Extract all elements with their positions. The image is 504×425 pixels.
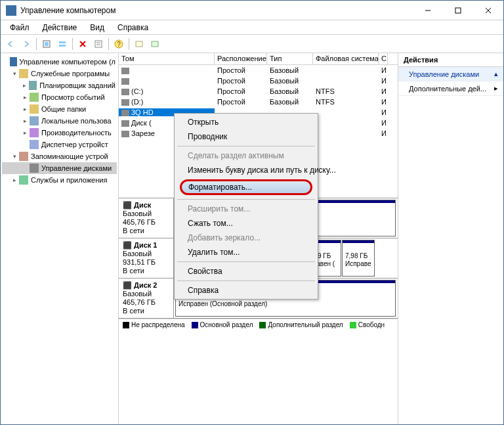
close-button[interactable]	[473, 1, 503, 20]
app-icon	[6, 5, 16, 16]
drive-icon	[121, 99, 129, 106]
tree-devicemgr[interactable]: Диспетчер устройст	[2, 139, 117, 150]
col-volume[interactable]: Том	[119, 53, 215, 64]
ctx-extend: Расширить том...	[176, 202, 316, 216]
svg-rect-7	[59, 45, 66, 47]
volume-row[interactable]: ПростойБазовыйИ	[119, 65, 398, 76]
legend: Не распределена Основной раздел Дополнит…	[119, 319, 398, 330]
minimize-button[interactable]	[413, 1, 443, 20]
actions-diskmgmt[interactable]: Управление дисками▴	[398, 67, 503, 81]
tree-services[interactable]: ▸Службы и приложения	[2, 174, 117, 186]
svg-rect-10	[95, 41, 102, 47]
menu-action[interactable]: Действие	[37, 22, 83, 34]
tree-utilities[interactable]: ▾Служебные программы	[2, 68, 117, 79]
back-button[interactable]	[3, 37, 18, 51]
menu-view[interactable]: Вид	[85, 22, 110, 34]
partition[interactable]: 7,98 ГБИсправе	[342, 240, 375, 277]
tree-pane[interactable]: Управление компьютером (л ▾Служебные про…	[1, 53, 119, 424]
drive-icon	[121, 110, 129, 116]
actions-header: Действия	[398, 53, 503, 67]
disk-label: ⬛ Диск 1 Базовый 931,51 ГБ В сети	[119, 238, 174, 278]
chevron-right-icon: ▸	[494, 84, 498, 93]
ctx-delete[interactable]: Удалить том...	[176, 245, 316, 259]
ctx-activate: Сделать раздел активным	[176, 148, 316, 163]
tree-localusers[interactable]: ▸Локальные пользова	[2, 115, 117, 127]
ctx-open[interactable]: Открыть	[176, 115, 316, 129]
col-layout[interactable]: Расположение	[215, 53, 267, 64]
drive-icon	[121, 131, 129, 137]
ctx-format[interactable]: Форматировать...	[176, 177, 316, 197]
window-title: Управление компьютером	[20, 6, 413, 15]
ctx-change-letter[interactable]: Изменить букву диска или путь к диску...	[176, 163, 316, 177]
volume-row[interactable]: (D:)ПростойБазовыйNTFSИ	[119, 97, 398, 107]
svg-rect-6	[59, 41, 66, 43]
svg-rect-1	[455, 8, 461, 13]
col-status[interactable]: С	[379, 53, 388, 64]
menu-file[interactable]: Файл	[5, 22, 35, 34]
collapse-icon: ▴	[494, 70, 498, 78]
col-type[interactable]: Тип	[267, 53, 313, 64]
tb-delete-icon[interactable]	[75, 37, 90, 51]
maximize-button[interactable]	[443, 1, 473, 20]
disk-label: ⬛ Диск Базовый 465,76 ГБ В сети	[119, 198, 174, 238]
ctx-mirror: Добавить зеркало...	[176, 231, 316, 245]
svg-rect-15	[136, 41, 142, 47]
ctx-properties[interactable]: Свойства	[176, 264, 316, 279]
volume-row[interactable]: (C:)ПростойБазовыйNTFSИ	[119, 86, 398, 97]
tree-storage[interactable]: ▾Запоминающие устрой	[2, 150, 117, 162]
menu-help[interactable]: Справка	[112, 22, 154, 34]
titlebar[interactable]: Управление компьютером	[1, 1, 503, 20]
tree-root[interactable]: Управление компьютером (л	[2, 56, 117, 68]
drive-icon	[121, 78, 129, 85]
drive-icon	[121, 68, 129, 74]
context-menu: Открыть Проводник Сделать раздел активны…	[174, 113, 318, 300]
tree-scheduler[interactable]: ▸Планировщик заданий	[2, 79, 117, 91]
svg-text:?: ?	[117, 41, 121, 48]
tree-diskmgmt[interactable]: Управление дисками	[2, 162, 117, 174]
volume-list-header[interactable]: Том Расположение Тип Файловая система С	[119, 53, 398, 65]
actions-more[interactable]: Дополнительные дей...▸	[398, 81, 503, 96]
volume-row[interactable]: ПростойБазовыйИ	[119, 76, 398, 86]
svg-rect-5	[45, 42, 49, 46]
tb-help-icon[interactable]: ?	[112, 37, 126, 51]
drive-icon	[121, 120, 129, 127]
forward-button[interactable]	[19, 37, 33, 51]
toolbar: ?	[1, 35, 503, 53]
actions-pane: Действия Управление дисками▴ Дополнитель…	[398, 53, 503, 424]
tb-icon-2[interactable]	[55, 37, 70, 51]
col-fs[interactable]: Файловая система	[313, 53, 379, 64]
tb-icon-3[interactable]	[132, 37, 146, 51]
disk-label: ⬛ Диск 2 Базовый 465,76 ГБ В сети	[119, 279, 174, 318]
tree-shared[interactable]: ▸Общие папки	[2, 103, 117, 115]
tb-icon-4[interactable]	[148, 37, 162, 51]
tree-performance[interactable]: ▸Производительность	[2, 127, 117, 139]
menubar: Файл Действие Вид Справка	[1, 20, 503, 35]
ctx-explorer[interactable]: Проводник	[176, 129, 316, 144]
tb-icon-1[interactable]	[39, 37, 54, 51]
tb-props-icon[interactable]	[91, 37, 106, 51]
ctx-shrink[interactable]: Сжать том...	[176, 216, 316, 231]
ctx-help[interactable]: Справка	[176, 283, 316, 298]
svg-rect-16	[152, 41, 158, 47]
tree-events[interactable]: ▸Просмотр событий	[2, 91, 117, 103]
drive-icon	[121, 89, 129, 95]
